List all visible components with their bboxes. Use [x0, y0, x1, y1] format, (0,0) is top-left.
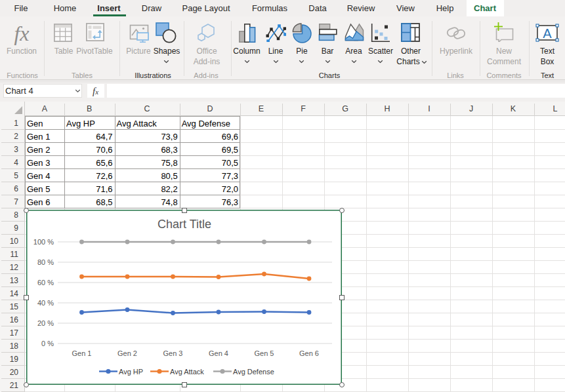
svg-text:A: A — [543, 26, 552, 41]
svg-text:Chart Title: Chart Title — [157, 218, 211, 231]
svg-text:40 %: 40 % — [37, 299, 54, 307]
svg-text:20 %: 20 % — [37, 319, 54, 327]
svg-text:Gen 4: Gen 4 — [209, 349, 228, 357]
svg-text:Gen 6: Gen 6 — [299, 349, 319, 357]
svg-text:0 %: 0 % — [41, 340, 54, 347]
svg-text:100 %: 100 % — [33, 238, 54, 246]
svg-text:60 %: 60 % — [37, 279, 54, 286]
svg-text:Gen 3: Gen 3 — [163, 349, 183, 357]
svg-text:80 %: 80 % — [37, 258, 54, 266]
svg-text:Avg Attack: Avg Attack — [170, 368, 204, 376]
svg-text:Avg Defense: Avg Defense — [233, 368, 274, 376]
svg-text:Gen 1: Gen 1 — [72, 349, 92, 357]
svg-text:Gen 5: Gen 5 — [255, 349, 274, 357]
svg-text:Gen 2: Gen 2 — [117, 349, 137, 357]
svg-text:Avg HP: Avg HP — [119, 368, 143, 376]
